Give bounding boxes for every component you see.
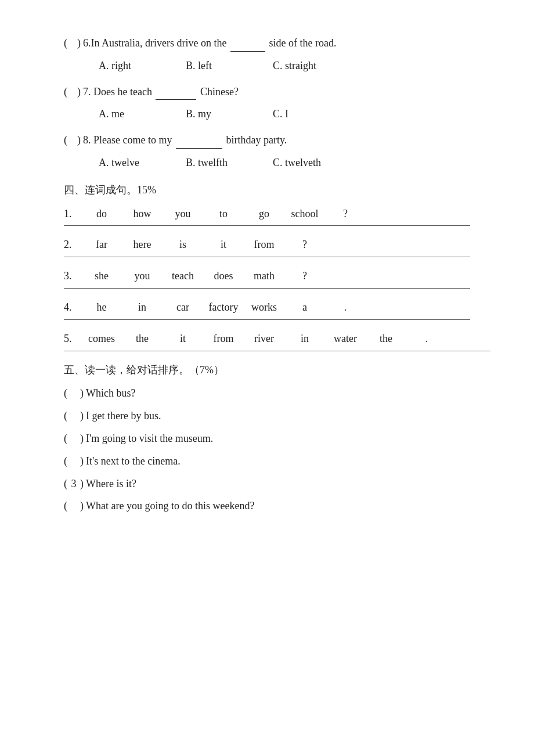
dialog-text-5: Where is it? (84, 476, 136, 492)
word-1-5: go (244, 206, 284, 222)
answer-line-1 (64, 225, 470, 226)
sentence-1-row: 1. do how you to go school ? (64, 206, 470, 222)
sentence-2-num: 2. (64, 236, 81, 253)
question-6-row: ( ) 6.In Australia, drivers drive on the… (64, 35, 470, 52)
option-6-a[interactable]: A. right (99, 57, 186, 74)
option-7-a[interactable]: A. me (99, 106, 186, 123)
word-4-1: he (81, 299, 122, 316)
sentence-2-words: far here is it from ? (81, 236, 470, 253)
dialog-text-1: Which bus? (84, 385, 135, 402)
word-5-5: river (244, 330, 284, 347)
question-7-row: ( ) 7. Does he teach Chinese? (64, 84, 470, 100)
word-5-7: water (325, 330, 366, 347)
blank-6 (230, 41, 265, 52)
answer-line-4 (64, 319, 470, 320)
answer-line-5 (64, 351, 490, 351)
dialog-text-4: It's next to the cinema. (84, 453, 181, 470)
word-3-1: she (81, 268, 122, 285)
word-2-1: far (81, 236, 122, 253)
word-1-1: do (81, 206, 122, 222)
option-8-a[interactable]: A. twelve (99, 154, 186, 171)
word-4-7: . (325, 299, 366, 316)
word-3-5: math (244, 268, 284, 285)
section-5-title: 五、读一读，给对话排序。（7%） (64, 362, 470, 379)
dialog-item-1: ( ) Which bus? (64, 385, 470, 402)
dialog-num-3[interactable] (67, 430, 80, 447)
word-5-4: from (203, 330, 244, 347)
answer-blank-7[interactable] (67, 84, 77, 100)
word-5-3: it (163, 330, 203, 347)
word-2-4: it (203, 236, 244, 253)
word-4-4: factory (203, 299, 244, 316)
dialog-num-1[interactable] (67, 385, 80, 402)
word-1-6: school (284, 206, 325, 222)
word-2-5: from (244, 236, 284, 253)
word-2-6: ? (284, 236, 325, 253)
dialog-num-2[interactable] (67, 408, 80, 424)
dialog-item-4: ( ) It's next to the cinema. (64, 453, 470, 470)
word-3-4: does (203, 268, 244, 285)
multiple-choice-section: ( ) 6.In Australia, drivers drive on the… (64, 35, 470, 171)
sentence-4-words: he in car factory works a . (81, 299, 470, 316)
dialog-item-2: ( ) I get there by bus. (64, 408, 470, 424)
dialog-num-5[interactable]: 3 (67, 476, 80, 492)
section-5: 五、读一读，给对话排序。（7%） ( ) Which bus? ( ) I ge… (64, 362, 470, 515)
option-8-b[interactable]: B. twelfth (186, 154, 273, 171)
dialog-num-6[interactable] (67, 498, 80, 514)
option-7-c[interactable]: C. I (273, 106, 360, 123)
sentence-5-num: 5. (64, 330, 81, 347)
sentence-3-row: 3. she you teach does math ? (64, 268, 470, 285)
sentence-3-words: she you teach does math ? (81, 268, 470, 285)
word-1-7: ? (325, 206, 366, 222)
sentence-5-row: 5. comes the it from river in water the … (64, 330, 470, 347)
word-1-3: you (163, 206, 203, 222)
word-1-2: how (122, 206, 163, 222)
question-8-text: 8. Please come to my birthday party. (81, 132, 470, 149)
word-4-5: works (244, 299, 284, 316)
word-5-2: the (122, 330, 163, 347)
option-8-c[interactable]: C. twelveth (273, 154, 360, 171)
section-4: 四、连词成句。15% 1. do how you to go school ? … (64, 182, 470, 351)
dialog-num-4[interactable] (67, 453, 80, 470)
answer-line-2 (64, 257, 470, 257)
options-6: A. right B. left C. straight (99, 57, 470, 74)
word-3-6: ? (284, 268, 325, 285)
word-5-9: . (406, 330, 447, 347)
question-8-row: ( ) 8. Please come to my birthday party. (64, 132, 470, 149)
options-8: A. twelve B. twelfth C. twelveth (99, 154, 470, 171)
word-5-1: comes (81, 330, 122, 347)
dialog-text-6: What are you going to do this weekend? (84, 498, 254, 514)
blank-7 (156, 89, 196, 100)
word-4-3: car (163, 299, 203, 316)
answer-blank-8[interactable] (67, 132, 77, 148)
question-6-text: 6.In Australia, drivers drive on the sid… (81, 35, 470, 52)
sentence-4-row: 4. he in car factory works a . (64, 299, 470, 316)
sentence-3-num: 3. (64, 268, 81, 285)
sentence-2-row: 2. far here is it from ? (64, 236, 470, 253)
word-4-6: a (284, 299, 325, 316)
word-2-2: here (122, 236, 163, 253)
question-7-text: 7. Does he teach Chinese? (81, 84, 470, 100)
dialog-text-3: I'm going to visit the museum. (84, 430, 213, 447)
word-2-3: is (163, 236, 203, 253)
sentence-4-num: 4. (64, 299, 81, 316)
word-3-2: you (122, 268, 163, 285)
dialog-item-5: ( 3 ) Where is it? (64, 476, 470, 492)
sentence-1-num: 1. (64, 206, 81, 222)
answer-line-3 (64, 288, 470, 289)
word-4-2: in (122, 299, 163, 316)
word-5-8: the (366, 330, 406, 347)
options-7: A. me B. my C. I (99, 106, 470, 123)
dialog-text-2: I get there by bus. (84, 408, 161, 424)
dialog-item-3: ( ) I'm going to visit the museum. (64, 430, 470, 447)
option-6-b[interactable]: B. left (186, 57, 273, 74)
word-1-4: to (203, 206, 244, 222)
option-6-c[interactable]: C. straight (273, 57, 360, 74)
option-7-b[interactable]: B. my (186, 106, 273, 123)
section-4-title: 四、连词成句。15% (64, 182, 470, 199)
answer-blank-6[interactable] (67, 35, 77, 51)
word-5-6: in (284, 330, 325, 347)
word-3-3: teach (163, 268, 203, 285)
blank-8 (176, 138, 222, 149)
sentence-1-words: do how you to go school ? (81, 206, 470, 222)
